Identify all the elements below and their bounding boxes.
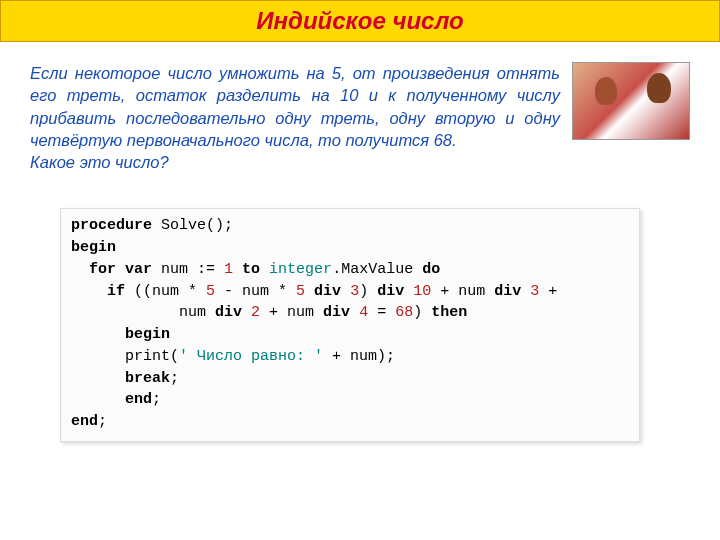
num-2: 2 <box>251 304 260 321</box>
kw-div: div <box>377 283 404 300</box>
code-t: ; <box>98 413 107 430</box>
code-t: .MaxValue <box>332 261 422 278</box>
code-t <box>71 326 125 343</box>
code-t <box>242 304 251 321</box>
num-68: 68 <box>395 304 413 321</box>
code-t: + num <box>260 304 323 321</box>
code-t <box>71 391 125 408</box>
num-4: 4 <box>359 304 368 321</box>
code-block: procedure Solve(); begin for var num := … <box>60 208 640 442</box>
num-3: 3 <box>530 283 539 300</box>
code-t: Solve(); <box>152 217 233 234</box>
kw-div: div <box>323 304 350 321</box>
kw-begin: begin <box>71 239 116 256</box>
code-t: ) <box>359 283 377 300</box>
problem-text: Если некоторое число умножить на 5, от п… <box>30 62 560 173</box>
code-t <box>350 304 359 321</box>
code-t: + num); <box>323 348 395 365</box>
problem-body: Если некоторое число умножить на 5, от п… <box>30 64 560 149</box>
kw-end: end <box>125 391 152 408</box>
num-5: 5 <box>206 283 215 300</box>
code-t: - num * <box>215 283 296 300</box>
code-t: ((num * <box>125 283 206 300</box>
code-t: ; <box>152 391 161 408</box>
kw-div: div <box>494 283 521 300</box>
code-t: num <box>71 304 215 321</box>
code-t <box>71 370 125 387</box>
problem-section: Если некоторое число умножить на 5, от п… <box>0 42 720 183</box>
code-t: + <box>539 283 557 300</box>
code-t: num := <box>152 261 224 278</box>
kw-to: to <box>242 261 260 278</box>
code-t <box>341 283 350 300</box>
kw-break: break <box>125 370 170 387</box>
code-t: = <box>368 304 395 321</box>
code-t: ) <box>413 304 431 321</box>
num-10: 10 <box>413 283 431 300</box>
kw-do: do <box>422 261 440 278</box>
kw-then: then <box>431 304 467 321</box>
kw-div: div <box>314 283 341 300</box>
kw-end: end <box>71 413 98 430</box>
kw-if: if <box>107 283 125 300</box>
code-t <box>521 283 530 300</box>
code-t <box>260 261 269 278</box>
kw-begin: begin <box>125 326 170 343</box>
type-integer: integer <box>269 261 332 278</box>
num-1: 1 <box>224 261 233 278</box>
illustration-photo <box>572 62 690 140</box>
page-title: Индийское число <box>256 7 463 34</box>
code-t: print( <box>71 348 179 365</box>
num-3: 3 <box>350 283 359 300</box>
code-t <box>404 283 413 300</box>
title-band: Индийское число <box>0 0 720 42</box>
kw-for-var: for var <box>89 261 152 278</box>
kw-div: div <box>215 304 242 321</box>
problem-question: Какое это число? <box>30 153 169 171</box>
code-t <box>305 283 314 300</box>
num-5: 5 <box>296 283 305 300</box>
code-t: ; <box>170 370 179 387</box>
string-literal: ' Число равно: ' <box>179 348 323 365</box>
code-t: + num <box>431 283 494 300</box>
kw-procedure: procedure <box>71 217 152 234</box>
code-t <box>71 283 107 300</box>
code-t <box>233 261 242 278</box>
code-t <box>71 261 89 278</box>
